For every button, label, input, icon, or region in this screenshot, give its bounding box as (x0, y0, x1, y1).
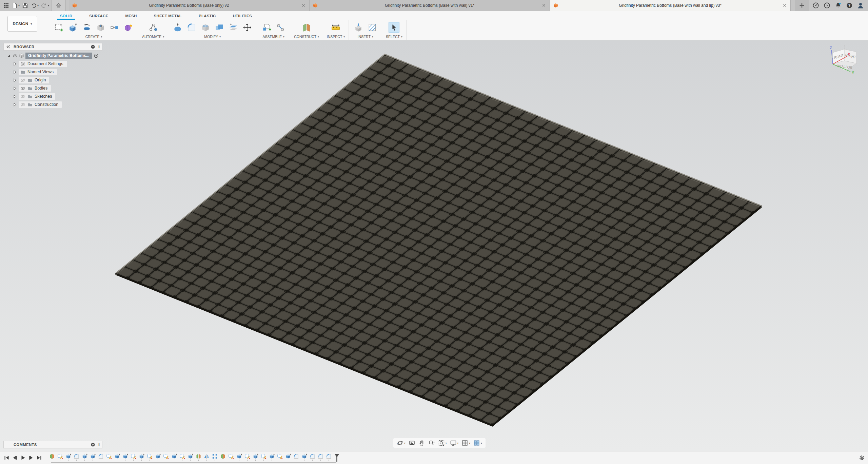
timeline-feature-fillet[interactable] (74, 453, 79, 461)
close-tab-icon[interactable] (541, 3, 546, 8)
close-tab-icon[interactable] (782, 3, 787, 8)
plus-circle-icon[interactable] (91, 442, 95, 447)
move-tool-button[interactable] (241, 22, 253, 33)
timeline-step-back-button[interactable] (12, 455, 18, 461)
ribbon-group-label[interactable]: ASSEMBLE ▾ (262, 34, 284, 40)
ribbon-tab-sheet-metal[interactable]: SHEET METAL (145, 13, 191, 20)
insert-mesh-tool-button[interactable] (367, 22, 378, 33)
configure-tool-button[interactable] (147, 22, 159, 33)
ribbon-tab-mesh[interactable]: MESH (117, 13, 145, 20)
timeline-feature-plane[interactable] (196, 453, 201, 461)
timeline-feature-sketch[interactable] (179, 453, 185, 461)
timeline-feature-sketch[interactable] (277, 453, 283, 461)
timeline-feature-extrude[interactable] (285, 453, 291, 461)
file-new-button[interactable]: ▾ (12, 2, 20, 8)
ribbon-group-label[interactable]: CREATE ▾ (85, 34, 102, 40)
viewport-canvas[interactable]: FRONT RIGHT BOTTOM Z Y X BROWSER ‖ Gri (0, 40, 868, 451)
collapse-triangle-icon[interactable] (12, 70, 17, 75)
offset-face-tool-button[interactable] (228, 22, 239, 33)
activate-component-icon[interactable] (94, 53, 99, 58)
timeline-feature-sketch[interactable] (106, 453, 112, 461)
ribbon-tab-surface[interactable]: SURFACE (81, 13, 117, 20)
eye-hidden-icon[interactable] (20, 102, 25, 107)
timeline-step-forward-button[interactable] (28, 455, 34, 461)
ribbon-tab-utilities[interactable]: UTILITIES (224, 13, 260, 20)
view-cube[interactable]: FRONT RIGHT BOTTOM Z Y X (819, 44, 863, 84)
minus-circle-icon[interactable] (91, 44, 95, 49)
timeline-feature-extrude[interactable] (188, 453, 193, 461)
pan-button[interactable] (417, 439, 426, 447)
timeline-feature-fillet[interactable] (293, 453, 299, 461)
collapse-triangle-icon[interactable] (12, 102, 17, 107)
ribbon-tab-plastic[interactable]: PLASTIC (190, 13, 224, 20)
browser-item-bodies[interactable]: Bodies (12, 84, 102, 92)
timeline-feature-extrude[interactable] (171, 453, 177, 461)
timeline-feature-fillet[interactable] (326, 453, 332, 461)
new-component-tool-button[interactable] (261, 22, 272, 33)
timeline-play-button[interactable] (20, 455, 26, 461)
base-feature-tool-button[interactable] (109, 22, 120, 33)
close-tab-icon[interactable] (301, 3, 306, 8)
timeline-feature-plane[interactable] (49, 453, 55, 461)
look-at-button[interactable] (408, 439, 416, 447)
fit-button[interactable]: ▾ (437, 439, 448, 447)
timeline-feature-extrude[interactable] (301, 453, 307, 461)
collapse-triangle-icon[interactable] (12, 86, 17, 91)
select-tool-button[interactable] (389, 22, 399, 33)
browser-item-named-views[interactable]: Named Views (12, 68, 102, 76)
viewports-button[interactable]: ▾ (472, 439, 483, 447)
collapse-panel-icon[interactable] (6, 44, 11, 49)
timeline-feature-fillet[interactable] (318, 453, 323, 461)
joint-tool-button[interactable] (275, 22, 286, 33)
timeline-feature-mirror[interactable] (204, 453, 210, 461)
job-status-button[interactable] (812, 2, 819, 9)
browser-item-document-settings[interactable]: Document Settings (12, 60, 102, 68)
timeline-feature-sketch[interactable] (228, 453, 234, 461)
timeline-feature-sketch[interactable] (244, 453, 250, 461)
app-grid-button[interactable] (3, 2, 9, 8)
timeline-feature-sketch[interactable] (131, 453, 136, 461)
orbit-button[interactable]: ▾ (396, 439, 407, 447)
insert-derive-tool-button[interactable] (353, 22, 364, 33)
home-button[interactable] (52, 0, 66, 11)
browser-item-sketches[interactable]: Sketches (12, 92, 102, 100)
panel-resize-handle[interactable]: ‖ (98, 45, 100, 49)
browser-root-item[interactable]: Gridfinity Parametric Bottoms... (6, 52, 102, 60)
timeline-feature-extrude[interactable] (139, 453, 144, 461)
form-tool-button[interactable] (123, 22, 134, 33)
press-pull-tool-button[interactable] (172, 22, 183, 33)
timeline-settings-gear-icon[interactable] (859, 455, 865, 461)
construction-plane-tool-button[interactable] (301, 22, 312, 33)
workspace-selector[interactable]: DESIGN ▾ (7, 16, 37, 32)
help-button[interactable]: ? (846, 2, 853, 9)
save-button[interactable] (22, 2, 28, 8)
timeline-feature-extrude[interactable] (82, 453, 87, 461)
display-settings-button[interactable]: ▾ (449, 439, 460, 447)
timeline-feature-extrude[interactable] (269, 453, 275, 461)
ribbon-tab-solid[interactable]: SOLID (52, 13, 81, 20)
new-tab-plus-button[interactable] (795, 0, 809, 11)
extrude-tool-button[interactable] (67, 22, 79, 33)
timeline-feature-sketch[interactable] (261, 453, 267, 461)
create-sketch-tool-button[interactable] (53, 22, 65, 33)
timeline-feature-extrude[interactable] (90, 453, 96, 461)
shell-tool-button[interactable] (200, 22, 211, 33)
ribbon-group-label[interactable]: INSERT ▾ (358, 34, 373, 40)
ribbon-group-label[interactable]: CONSTRUCT ▾ (294, 34, 319, 40)
document-tab[interactable]: Gridfinity Parametric Bottoms (Base with… (550, 0, 791, 11)
timeline-feature-sketch[interactable] (57, 453, 63, 461)
timeline-feature-extrude[interactable] (65, 453, 71, 461)
eye-visible-icon[interactable] (13, 53, 18, 58)
browser-item-construction[interactable]: Construction (12, 100, 102, 109)
timeline-feature-fillet[interactable] (98, 453, 104, 461)
timeline-feature-extrude[interactable] (253, 453, 258, 461)
ribbon-group-label[interactable]: MODIFY ▾ (204, 34, 221, 40)
recent-activity-button[interactable] (824, 2, 830, 9)
grid-display-button[interactable]: ▾ (460, 439, 471, 447)
timeline-feature-fillet[interactable] (310, 453, 315, 461)
ribbon-group-label[interactable]: INSPECT ▾ (327, 34, 345, 40)
fillet-tool-tool-button[interactable] (186, 22, 197, 33)
measure-tool-button[interactable] (330, 22, 341, 33)
notifications-button[interactable] (835, 2, 842, 9)
browser-root-label[interactable]: Gridfinity Parametric Bottoms... (25, 53, 92, 59)
